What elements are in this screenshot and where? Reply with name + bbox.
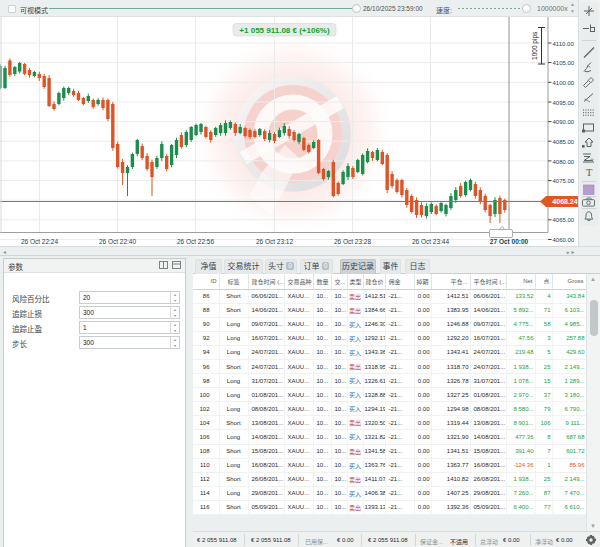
- svg-text:T: T: [586, 166, 593, 178]
- svg-text:4090.00: 4090.00: [553, 119, 575, 125]
- svg-text:26 Oct 23:28: 26 Oct 23:28: [334, 238, 372, 245]
- svg-text:4110.00: 4110.00: [553, 41, 575, 47]
- svg-text:26 Oct 22:24: 26 Oct 22:24: [21, 238, 59, 245]
- svg-text:26 Oct 23:12: 26 Oct 23:12: [256, 238, 294, 245]
- svg-text:4060.00: 4060.00: [553, 237, 575, 243]
- svg-text:27 Oct 00:00: 27 Oct 00:00: [490, 238, 529, 245]
- svg-text:4100.00: 4100.00: [553, 80, 575, 86]
- svg-text:4065.00: 4065.00: [553, 217, 575, 223]
- svg-text:4105.00: 4105.00: [553, 60, 575, 66]
- svg-text:26 Oct 23:44: 26 Oct 23:44: [412, 238, 450, 245]
- svg-text:26 Oct 22:56: 26 Oct 22:56: [177, 238, 215, 245]
- svg-text:1000 pips: 1000 pips: [531, 31, 539, 60]
- svg-text:4085.00: 4085.00: [553, 139, 575, 145]
- svg-text:4068.24: 4068.24: [552, 198, 577, 205]
- svg-text:+1 055 911.08 € (+106%): +1 055 911.08 € (+106%): [239, 26, 330, 35]
- svg-text:26 Oct 22:40: 26 Oct 22:40: [99, 238, 137, 245]
- svg-text:4075.00: 4075.00: [553, 178, 575, 184]
- svg-text:4080.00: 4080.00: [553, 159, 575, 165]
- svg-text:4095.00: 4095.00: [553, 100, 575, 106]
